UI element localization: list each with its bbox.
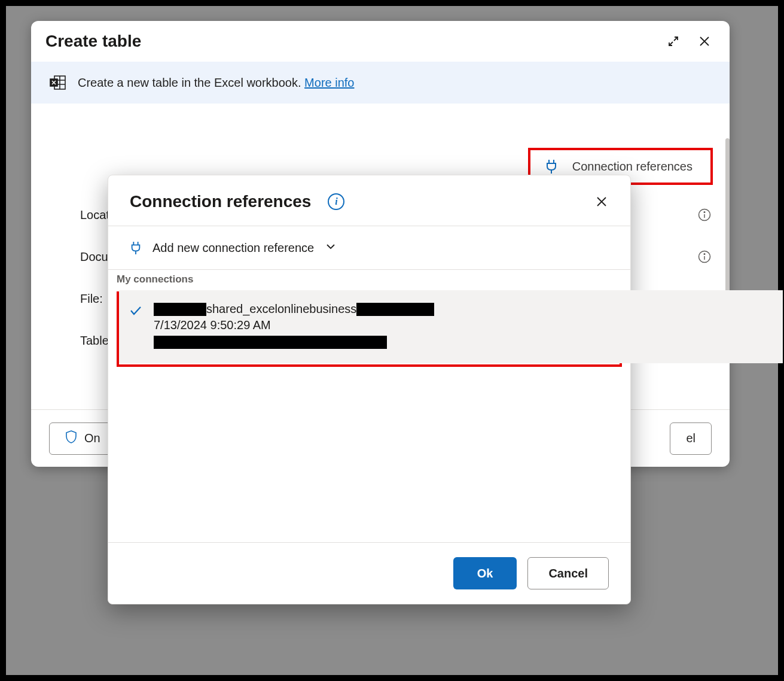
owner-button[interactable]: On [49, 422, 117, 455]
scrollbar[interactable] [725, 138, 730, 296]
redacted [154, 303, 206, 316]
ok-button[interactable]: Ok [453, 557, 517, 589]
my-connections-header: My connections [108, 270, 630, 289]
cancel-button[interactable]: Cancel [527, 557, 609, 589]
connection-item[interactable]: shared_excelonlinebusiness 7/13/2024 9:5… [119, 290, 783, 363]
add-connection-label: Add new connection reference [152, 241, 314, 255]
close-icon[interactable] [594, 194, 609, 209]
owner-label: On [84, 431, 100, 445]
chevron-down-icon [325, 241, 337, 255]
connection-subline [154, 336, 771, 351]
more-info-link[interactable]: More info [304, 76, 354, 89]
close-icon[interactable] [697, 34, 712, 48]
expand-icon[interactable] [666, 34, 681, 48]
excel-icon [49, 74, 67, 92]
header-actions [666, 34, 712, 48]
cancel-button-partial[interactable]: el [670, 422, 712, 455]
svg-point-7 [704, 212, 705, 213]
connection-name: shared_excelonlinebusiness [154, 302, 771, 316]
info-icon[interactable]: i [328, 193, 344, 210]
dialog-footer: Ok Cancel [108, 542, 630, 604]
connection-item-highlight: shared_excelonlinebusiness 7/13/2024 9:5… [117, 291, 622, 367]
dialog-title: Connection references [130, 192, 311, 211]
app-background: Create table [5, 5, 779, 676]
connection-references-dialog: Connection references i Add new connecti… [108, 175, 631, 604]
info-icon[interactable] [697, 250, 712, 264]
svg-point-10 [704, 254, 705, 255]
redacted [154, 336, 387, 349]
info-icon[interactable] [697, 208, 712, 222]
connection-references-label: Connection references [572, 160, 693, 174]
panel-title: Create table [45, 32, 141, 51]
dialog-header: Connection references i [108, 175, 630, 226]
check-icon [129, 303, 143, 320]
footer-right: el [670, 422, 712, 455]
banner-text: Create a new table in the Excel workbook… [78, 76, 354, 90]
info-banner: Create a new table in the Excel workbook… [31, 62, 730, 104]
connection-name-text: shared_excelonlinebusiness [206, 302, 356, 316]
shield-icon [65, 430, 77, 446]
panel-header: Create table [31, 21, 730, 62]
plug-icon [130, 241, 142, 255]
plug-icon [545, 159, 558, 174]
banner-message: Create a new table in the Excel workbook… [78, 76, 304, 89]
add-connection-reference[interactable]: Add new connection reference [108, 226, 630, 269]
connection-timestamp: 7/13/2024 9:50:29 AM [154, 318, 771, 332]
redacted [356, 303, 434, 316]
